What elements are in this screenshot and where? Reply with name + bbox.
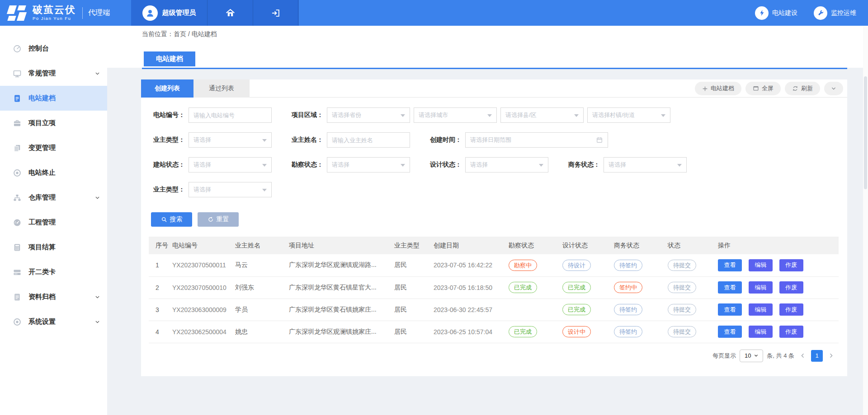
page-1-button[interactable]: 1	[811, 350, 823, 362]
city-select[interactable]: 请选择城市	[414, 107, 497, 123]
design-status-badge: 设计中	[562, 326, 591, 337]
edit-button[interactable]: 编辑	[749, 326, 773, 338]
chevron-down-icon	[754, 353, 759, 358]
reset-button[interactable]: 重置	[198, 212, 239, 227]
sidebar-item-data-archive[interactable]: 资料归档	[0, 284, 107, 309]
tab-create-list[interactable]: 创建列表	[141, 79, 193, 98]
col-owner-name: 业主姓名	[235, 237, 289, 254]
dashboard-icon	[13, 44, 22, 53]
province-select[interactable]: 请选择省份	[327, 107, 410, 123]
chevron-down-icon	[539, 164, 543, 169]
collapse-button[interactable]	[824, 82, 843, 95]
scrollbar-thumb[interactable]	[864, 76, 867, 189]
sidebar-item-change-mgmt[interactable]: 变更管理	[0, 135, 107, 160]
nav-station-build[interactable]: 电站建设	[755, 6, 797, 20]
sidebar: 控制台 常规管理 电站建档 项目立项 变更管理 电站终止	[0, 26, 107, 415]
town-select[interactable]: 请选择村镇/街道	[587, 107, 670, 123]
pagination: 每页显示 10 条, 共 4 条 1	[141, 343, 847, 362]
sidebar-item-console[interactable]: 控制台	[0, 36, 107, 61]
owner-type2-label: 业主类型：	[151, 186, 185, 194]
breadcrumb-label: 当前位置：	[142, 30, 174, 37]
date-range-input[interactable]: 请选择日期范围	[465, 132, 608, 148]
card-icon	[13, 268, 22, 277]
chevron-down-icon	[661, 114, 665, 119]
settings-icon	[13, 317, 22, 326]
breadcrumb-current: 电站建档	[192, 30, 217, 37]
chevron-down-icon	[262, 164, 267, 169]
sidebar-item-warehouse-mgmt[interactable]: 仓库管理	[0, 185, 107, 210]
col-owner-type: 业主类型	[394, 237, 434, 254]
sitemap-icon	[13, 193, 22, 202]
owner-type-select[interactable]: 请选择	[189, 132, 272, 148]
survey-status-select[interactable]: 请选择	[327, 157, 410, 173]
logout-button[interactable]	[253, 0, 298, 26]
sidebar-item-system-settings[interactable]: 系统设置	[0, 309, 107, 334]
calculator-icon	[13, 243, 22, 252]
search-button[interactable]: 搜索	[151, 212, 192, 227]
view-button[interactable]: 查看	[718, 281, 742, 294]
breadcrumb-band: 当前位置：首页 / 电站建档 电站建档	[107, 26, 868, 68]
sidebar-item-project-settlement[interactable]: 项目结算	[0, 235, 107, 260]
owner-name-input[interactable]	[327, 132, 410, 148]
owner-type2-select[interactable]: 请选择	[189, 182, 272, 197]
tab-pass-list[interactable]: 通过列表	[193, 79, 250, 98]
owner-type-label: 业主类型：	[151, 136, 185, 144]
prev-page-button[interactable]	[794, 353, 811, 359]
sidebar-item-station-archive[interactable]: 电站建档	[0, 86, 107, 111]
status-badge: 待提交	[668, 326, 696, 337]
view-button[interactable]: 查看	[718, 259, 742, 271]
monitor-icon	[13, 69, 22, 78]
user-menu[interactable]: 超级管理员	[131, 0, 208, 26]
home-button[interactable]	[208, 0, 253, 26]
edit-button[interactable]: 编辑	[749, 281, 773, 294]
logo-icon	[6, 5, 28, 21]
status-badge: 待提交	[668, 304, 696, 315]
home-icon	[225, 8, 236, 18]
divider	[82, 7, 83, 19]
edit-button[interactable]: 编辑	[749, 303, 773, 316]
breadcrumb-home-link[interactable]: 首页	[174, 30, 186, 37]
user-strip: 超级管理员	[131, 0, 299, 26]
district-select[interactable]: 请选择县/区	[500, 107, 584, 123]
void-button[interactable]: 作废	[779, 303, 803, 316]
business-status-badge: 待签约	[614, 260, 642, 271]
design-status-select[interactable]: 请选择	[465, 157, 548, 173]
chevron-down-icon	[262, 189, 267, 194]
sidebar-item-second-card[interactable]: 开二类卡	[0, 260, 107, 284]
next-page-button[interactable]	[823, 353, 840, 359]
build-status-select[interactable]: 请选择	[189, 157, 272, 173]
sidebar-item-general-mgmt[interactable]: 常规管理	[0, 61, 107, 86]
view-button[interactable]: 查看	[718, 303, 742, 316]
design-status-badge: 已完成	[562, 304, 591, 315]
filter-form: 电站编号： 项目区域： 请选择省份 请选择城市 请选择县/区 请选择村镇/街道 …	[141, 98, 847, 197]
sidebar-item-project-initiation[interactable]: 项目立项	[0, 111, 107, 135]
table-header-row: 序号 电站编号 业主姓名 项目地址 业主类型 创建日期 勘察状态 设计状态 商务…	[149, 237, 839, 254]
chevron-down-icon	[94, 319, 100, 325]
business-status-select[interactable]: 请选择	[604, 157, 687, 173]
sidebar-item-engineering-mgmt[interactable]: 工程管理	[0, 210, 107, 235]
avatar-person-icon	[145, 8, 155, 18]
calendar-icon	[596, 136, 603, 144]
nav-monitor-ops[interactable]: 监控运维	[814, 6, 856, 20]
chevron-left-icon	[800, 353, 806, 359]
fullscreen-button[interactable]: 全屏	[745, 82, 781, 95]
page-scrollbar[interactable]	[863, 26, 868, 415]
page-tab-station-archive[interactable]: 电站建档	[144, 51, 195, 66]
void-button[interactable]: 作废	[779, 259, 803, 271]
view-button[interactable]: 查看	[718, 326, 742, 338]
design-status-label: 设计状态：	[428, 161, 462, 169]
void-button[interactable]: 作废	[779, 281, 803, 294]
edit-button[interactable]: 编辑	[749, 259, 773, 271]
user-name: 超级管理员	[162, 9, 196, 17]
col-address: 项目地址	[289, 237, 394, 254]
sidebar-item-station-termination[interactable]: 电站终止	[0, 160, 107, 185]
add-station-button[interactable]: 电站建档	[695, 82, 741, 95]
station-code-input[interactable]	[189, 107, 272, 123]
chevron-down-icon	[487, 114, 492, 119]
logout-icon	[271, 8, 281, 18]
void-button[interactable]: 作废	[779, 326, 803, 338]
per-page-select[interactable]: 10	[740, 350, 763, 362]
fullscreen-icon	[753, 85, 759, 92]
refresh-button[interactable]: 刷新	[785, 82, 820, 95]
logo-title: 破茧云伏	[33, 5, 76, 15]
